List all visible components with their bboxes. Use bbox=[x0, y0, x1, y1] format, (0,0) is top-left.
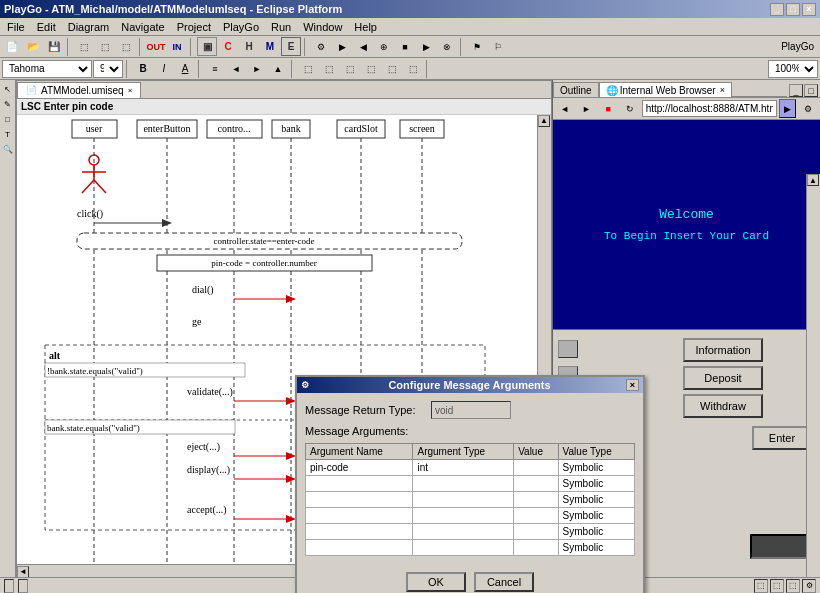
btn7[interactable]: C bbox=[218, 37, 238, 56]
tool6[interactable]: ⬚ bbox=[403, 59, 423, 78]
menu-run[interactable]: Run bbox=[266, 20, 296, 34]
arguments-table: Argument Name Argument Type Value Value … bbox=[305, 443, 635, 556]
bold-btn[interactable]: B bbox=[133, 59, 153, 78]
arg-valuetype-5[interactable]: Symbolic bbox=[558, 540, 634, 556]
align-left-btn[interactable]: ≡ bbox=[205, 59, 225, 78]
menu-window[interactable]: Window bbox=[298, 20, 347, 34]
arg-name-5[interactable] bbox=[306, 540, 413, 556]
tool4[interactable]: ⬚ bbox=[361, 59, 381, 78]
minimize-button[interactable]: _ bbox=[770, 3, 784, 16]
tool3[interactable]: ⬚ bbox=[340, 59, 360, 78]
zoom-select[interactable]: 100% bbox=[768, 60, 818, 78]
arg-value-0[interactable] bbox=[514, 460, 558, 476]
btn5[interactable]: IN bbox=[167, 37, 187, 56]
cancel-button[interactable]: Cancel bbox=[474, 572, 534, 592]
arg-name-1[interactable] bbox=[306, 476, 413, 492]
menu-diagram[interactable]: Diagram bbox=[63, 20, 115, 34]
menu-project[interactable]: Project bbox=[172, 20, 216, 34]
btn17[interactable]: ⊗ bbox=[437, 37, 457, 56]
nav-up-btn[interactable]: ▲ bbox=[268, 59, 288, 78]
arg-value-4[interactable] bbox=[514, 524, 558, 540]
arg-valuetype-0[interactable]: Symbolic bbox=[558, 460, 634, 476]
btn4[interactable]: OUT bbox=[146, 37, 166, 56]
tray-icon-3: ⬚ bbox=[786, 579, 800, 593]
arg-name-4[interactable] bbox=[306, 524, 413, 540]
return-type-label: Message Return Type: bbox=[305, 404, 425, 416]
tool1[interactable]: ⬚ bbox=[298, 59, 318, 78]
btn3[interactable]: ⬚ bbox=[116, 37, 136, 56]
open-btn[interactable]: 📂 bbox=[23, 37, 43, 56]
status-item-1 bbox=[4, 579, 14, 593]
menu-edit[interactable]: Edit bbox=[32, 20, 61, 34]
system-tray: ⬚ ⬚ ⬚ ⚙ bbox=[754, 579, 816, 593]
arg-type-1[interactable] bbox=[413, 476, 514, 492]
arg-value-3[interactable] bbox=[514, 508, 558, 524]
btn11[interactable]: ⚙ bbox=[311, 37, 331, 56]
btn1[interactable]: ⬚ bbox=[74, 37, 94, 56]
col-header-type: Argument Type bbox=[413, 444, 514, 460]
arg-value-1[interactable] bbox=[514, 476, 558, 492]
btn16[interactable]: ▶ bbox=[416, 37, 436, 56]
dialog-title-text: Configure Message Arguments bbox=[388, 379, 550, 391]
arg-value-2[interactable] bbox=[514, 492, 558, 508]
arg-name-2[interactable] bbox=[306, 492, 413, 508]
new-btn[interactable]: 📄 bbox=[2, 37, 22, 56]
save-btn[interactable]: 💾 bbox=[44, 37, 64, 56]
sep4 bbox=[304, 38, 308, 56]
col-header-name: Argument Name bbox=[306, 444, 413, 460]
arg-type-5[interactable] bbox=[413, 540, 514, 556]
btn2[interactable]: ⬚ bbox=[95, 37, 115, 56]
sep3 bbox=[190, 38, 194, 56]
sep5 bbox=[460, 38, 464, 56]
menu-navigate[interactable]: Navigate bbox=[116, 20, 169, 34]
btn8[interactable]: H bbox=[239, 37, 259, 56]
dialog-body: Message Return Type: Message Arguments: … bbox=[297, 393, 643, 564]
nav-back-btn[interactable]: ◄ bbox=[226, 59, 246, 78]
dialog-close-btn[interactable]: × bbox=[626, 379, 639, 391]
arg-name-0[interactable]: pin-code bbox=[306, 460, 413, 476]
ok-button[interactable]: OK bbox=[406, 572, 466, 592]
arg-value-5[interactable] bbox=[514, 540, 558, 556]
toolbar-row1: 📄 📂 💾 ⬚ ⬚ ⬚ OUT IN ▣ C H M E ⚙ ▶ ◀ ⊕ ■ ▶… bbox=[0, 36, 820, 58]
toolbar-row2: Tahoma 9 B I A ≡ ◄ ► ▲ ⬚ ⬚ ⬚ ⬚ ⬚ ⬚ 100% bbox=[0, 58, 820, 80]
arg-type-4[interactable] bbox=[413, 524, 514, 540]
menu-playgo[interactable]: PlayGo bbox=[218, 20, 264, 34]
table-row: Symbolic bbox=[306, 476, 635, 492]
return-type-input[interactable] bbox=[431, 401, 511, 419]
arg-valuetype-2[interactable]: Symbolic bbox=[558, 492, 634, 508]
tray-icon-2: ⬚ bbox=[770, 579, 784, 593]
nav-fwd-btn[interactable]: ► bbox=[247, 59, 267, 78]
arg-type-0[interactable]: int bbox=[413, 460, 514, 476]
tool2[interactable]: ⬚ bbox=[319, 59, 339, 78]
menu-help[interactable]: Help bbox=[349, 20, 382, 34]
font-size-select[interactable]: 9 bbox=[93, 60, 123, 78]
tool5[interactable]: ⬚ bbox=[382, 59, 402, 78]
arg-valuetype-3[interactable]: Symbolic bbox=[558, 508, 634, 524]
btn18[interactable]: ⚑ bbox=[467, 37, 487, 56]
maximize-button[interactable]: □ bbox=[786, 3, 800, 16]
btn15[interactable]: ■ bbox=[395, 37, 415, 56]
arg-valuetype-1[interactable]: Symbolic bbox=[558, 476, 634, 492]
status-item-2 bbox=[18, 579, 28, 593]
btn6[interactable]: ▣ bbox=[197, 37, 217, 56]
sep2 bbox=[139, 38, 143, 56]
italic-btn[interactable]: I bbox=[154, 59, 174, 78]
font-family-select[interactable]: Tahoma bbox=[2, 60, 92, 78]
btn19[interactable]: ⚐ bbox=[488, 37, 508, 56]
table-row: Symbolic bbox=[306, 524, 635, 540]
arg-type-2[interactable] bbox=[413, 492, 514, 508]
arg-valuetype-4[interactable]: Symbolic bbox=[558, 524, 634, 540]
menu-file[interactable]: File bbox=[2, 20, 30, 34]
dialog-footer: OK Cancel bbox=[297, 564, 643, 593]
arg-type-3[interactable] bbox=[413, 508, 514, 524]
close-button[interactable]: × bbox=[802, 3, 816, 16]
btn13[interactable]: ◀ bbox=[353, 37, 373, 56]
arg-name-3[interactable] bbox=[306, 508, 413, 524]
btn12[interactable]: ▶ bbox=[332, 37, 352, 56]
underline-btn[interactable]: A bbox=[175, 59, 195, 78]
btn14[interactable]: ⊕ bbox=[374, 37, 394, 56]
sep7 bbox=[198, 60, 202, 78]
btn10[interactable]: E bbox=[281, 37, 301, 56]
btn9[interactable]: M bbox=[260, 37, 280, 56]
col-header-value: Value bbox=[514, 444, 558, 460]
